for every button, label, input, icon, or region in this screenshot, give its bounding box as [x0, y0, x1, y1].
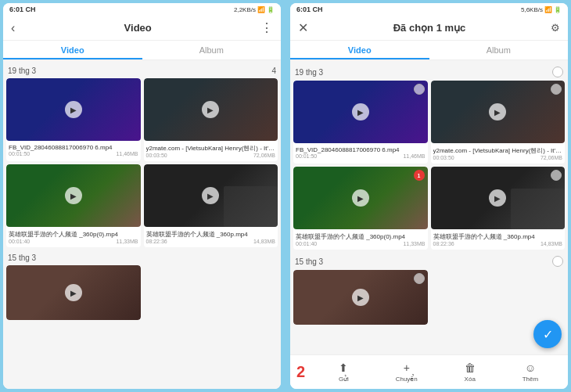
right-fab-button[interactable]: ✓ [533, 320, 562, 348]
right-content-area: 19 thg 3 ▶ FB_VID_28046088817006970 6.mp… [290, 60, 568, 354]
toolbar-delete-btn[interactable]: 🗑 Xóa [465, 361, 476, 383]
right-section-date: 19 thg 3 [295, 68, 323, 77]
right-time: 6:01 CH [296, 5, 323, 13]
right-panel: 6:01 CH 5,6KB/s 📶 🔋 ✕ Đã chọn 1 mục ⚙ Vi… [290, 3, 568, 389]
left-status-bar: 6:01 CH 2,2KB/s 📶 🔋 [3, 3, 281, 16]
left-video-card-2[interactable]: ▶ y2mate.com - [VietsubKara] Henry(헨리) -… [144, 78, 278, 161]
left-video-card-5[interactable]: ▶ [6, 265, 141, 320]
left-header: ‹ Video ⋮ [3, 16, 281, 41]
right-checkbox-5[interactable] [414, 273, 425, 284]
right-video-card-2[interactable]: ▶ y2mate.com - [VietsubKara] Henry(헨리) -… [431, 81, 566, 164]
right-tab-album[interactable]: Album [429, 41, 569, 59]
toolbar-actions: ⬆ Gửi + Chuyển 🗑 Xóa ☺ Thêm [315, 361, 562, 383]
send-icon: ⬆ [339, 361, 348, 374]
right-video-name-4: 英雄联盟手游的个人频道 _360p.mp4 [433, 231, 563, 241]
right-tab-video[interactable]: Video [290, 41, 429, 59]
left-video-name-3: 英雄联盟手游的个人频道 _360p(0).mp4 [9, 228, 138, 239]
left-thumb-1: ▶ [6, 78, 141, 141]
left-video-info-2: y2mate.com - [VietsubKara] Henry(헨리) - I… [144, 141, 278, 161]
close-icon[interactable]: ✕ [298, 20, 308, 35]
toolbar-move-btn[interactable]: + Chuyển [396, 361, 418, 383]
left-video-name-4: 英雄联盟手游的个人频道 _360p.mp4 [146, 228, 276, 239]
right-header-title: Đã chọn 1 mục [393, 22, 466, 34]
left-play-btn-1[interactable]: ▶ [65, 101, 82, 118]
left-video-name-2: y2mate.com - [VietsubKara] Henry(헨리) - I… [146, 142, 276, 153]
right-play-btn-5[interactable]: ▶ [352, 289, 369, 306]
toolbar-delete-label: Xóa [465, 376, 476, 383]
left-play-btn-2[interactable]: ▶ [202, 101, 219, 118]
right-video-card-3[interactable]: ▶ 1 英雄联盟手游的个人频道 _360p(0).mp4 00:01:40 11… [293, 167, 428, 250]
left-status-icons: 2,2KB/s 📶 🔋 [234, 6, 275, 13]
right-section-checkbox[interactable] [552, 67, 563, 77]
right-checkbox-2[interactable] [551, 84, 562, 95]
left-video-card-1[interactable]: ▶ FB_VID_28046088817006970 6.mp4 00:01:5… [6, 78, 141, 161]
panel-separator [284, 3, 287, 389]
left-video-info-3: 英雄联盟手游的个人频道 _360p(0).mp4 00:01:40 11,33M… [6, 227, 141, 247]
toolbar-send-btn[interactable]: ⬆ Gửi [339, 361, 349, 383]
toolbar-more-btn[interactable]: ☺ Thêm [523, 361, 538, 383]
left-content-area: 19 thg 3 4 ▶ FB_VID_28046088817006970 6.… [3, 60, 281, 389]
right-header: ✕ Đã chọn 1 mục ⚙ [290, 16, 568, 41]
left-video-grid-1: ▶ FB_VID_28046088817006970 6.mp4 00:01:5… [6, 78, 278, 247]
right-video-info-3: 英雄联盟手游的个人频道 _360p(0).mp4 00:01:40 11,33M… [293, 229, 428, 250]
left-section-header-1: 19 thg 3 4 [6, 63, 278, 78]
left-tab-video[interactable]: Video [3, 41, 142, 59]
right-section-header-2: 15 thg 3 [293, 253, 565, 270]
right-thumb-5: ▶ [293, 270, 428, 325]
right-play-btn-3[interactable]: ▶ [352, 189, 369, 207]
toolbar-send-label: Gửi [339, 376, 349, 383]
left-time: 6:01 CH [9, 5, 36, 13]
left-video-info-4: 英雄联盟手游的个人频道 _360p.mp4 08:22:36 14,83MB [144, 227, 278, 247]
right-video-meta-3: 00:01:40 11,33MB [296, 241, 426, 248]
right-checkbox-4[interactable] [551, 170, 562, 181]
left-play-btn-3[interactable]: ▶ [65, 187, 82, 204]
left-video-card-4[interactable]: ▶ 英雄联盟手游的个人频道 _360p.mp4 08:22:36 14,83MB [144, 164, 278, 247]
right-badge-3: 1 [414, 170, 425, 181]
right-video-info-1: FB_VID_28046088817006970 6.mp4 00:01:50 … [293, 143, 428, 162]
right-video-card-5[interactable]: ▶ [293, 270, 428, 325]
filter-icon[interactable]: ⚙ [551, 22, 560, 34]
left-video-meta-3: 00:01:40 11,33MB [9, 239, 138, 246]
left-menu-icon[interactable]: ⋮ [260, 20, 273, 35]
right-status-bar: 6:01 CH 5,6KB/s 📶 🔋 [290, 3, 568, 16]
left-section-date-2: 15 thg 3 [8, 254, 36, 262]
right-play-btn-2[interactable]: ▶ [489, 103, 506, 120]
right-video-info-4: 英雄联盟手游的个人频道 _360p.mp4 08:22:36 14,83MB [431, 229, 566, 250]
right-video-name-2: y2mate.com - [VietsubKara] Henry(헨리) - I… [433, 145, 563, 155]
left-header-title: Video [124, 22, 152, 34]
left-section-date: 19 thg 3 [8, 67, 36, 75]
left-panel: 6:01 CH 2,2KB/s 📶 🔋 ‹ Video ⋮ Video Albu… [3, 3, 281, 389]
left-video-info-1: FB_VID_28046088817006970 6.mp4 00:01:50 … [6, 141, 141, 160]
left-play-btn-4[interactable]: ▶ [202, 187, 219, 204]
right-section-header-1: 19 thg 3 [293, 63, 565, 81]
back-icon[interactable]: ‹ [11, 21, 15, 35]
delete-icon: 🗑 [465, 361, 476, 374]
right-thumb-1: ▶ [293, 81, 428, 143]
right-video-card-4[interactable]: ▶ 英雄联盟手游的个人频道 _360p.mp4 08:22:36 14,83MB [431, 167, 566, 250]
right-play-btn-4[interactable]: ▶ [489, 189, 506, 207]
left-thumb-3: ▶ [6, 164, 141, 227]
right-video-meta-1: 00:01:50 11,46MB [296, 153, 426, 160]
left-video-card-3[interactable]: ▶ 英雄联盟手游的个人频道 _360p(0).mp4 00:01:40 11,3… [6, 164, 141, 247]
right-video-card-1[interactable]: ▶ FB_VID_28046088817006970 6.mp4 00:01:5… [293, 81, 428, 164]
left-tab-album[interactable]: Album [142, 41, 282, 59]
right-thumb-4: ▶ [431, 167, 566, 229]
right-section-checkbox-2[interactable] [552, 256, 563, 267]
move-icon: + [404, 361, 410, 374]
right-play-btn-1[interactable]: ▶ [352, 103, 369, 120]
left-video-grid-2: ▶ [6, 265, 278, 320]
left-play-btn-5[interactable]: ▶ [65, 284, 82, 301]
left-video-meta-4: 08:22:36 14,83MB [146, 239, 276, 246]
right-video-name-1: FB_VID_28046088817006970 6.mp4 [296, 145, 426, 153]
right-video-meta-4: 08:22:36 14,83MB [433, 241, 563, 248]
left-section-count: 4 [271, 67, 276, 75]
right-status-icons: 5,6KB/s 📶 🔋 [521, 6, 562, 13]
right-thumb-3: ▶ 1 [293, 167, 428, 229]
right-checkbox-1[interactable] [414, 84, 425, 95]
left-thumb-4-overlay [224, 186, 278, 227]
left-section-header-2: 15 thg 3 [6, 250, 278, 265]
right-video-grid-2: ▶ [293, 270, 565, 325]
right-thumb-4-overlay [511, 189, 565, 229]
left-video-meta-2: 00:03:50 72,06MB [146, 153, 276, 160]
left-video-name-1: FB_VID_28046088817006970 6.mp4 [9, 142, 138, 151]
